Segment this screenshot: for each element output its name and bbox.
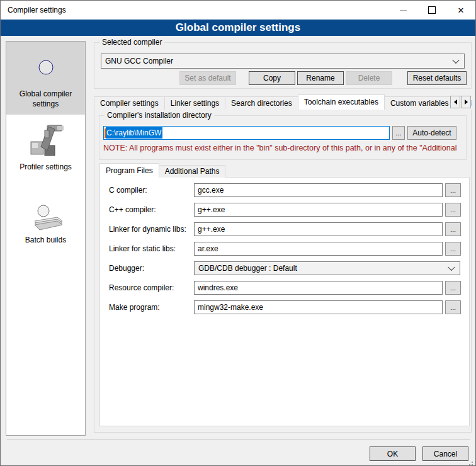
field-row: C++ compiler:... [100,203,469,217]
installation-directory-legend: Compiler's installation directory [105,111,214,120]
titlebar: Compiler settings ✕ [1,1,475,20]
sidebar-item-profiler-settings[interactable]: Profiler settings [6,115,85,188]
resize-grip[interactable] [472,462,473,463]
bin-subdirectory-note: NOTE: All programs must exist either in … [103,144,463,152]
tab-toolchain-executables[interactable]: Toolchain executables [298,94,385,110]
tab-compiler-settings[interactable]: Compiler settings [94,96,165,110]
settings-tabs: Compiler settingsLinker settingsSearch d… [94,95,472,110]
right-arrow-icon [465,99,468,105]
c-compiler-browse-button[interactable]: ... [445,183,461,197]
minimize-icon [400,10,407,11]
field-label: Linker for static libs: [109,242,176,256]
c-compiler-input[interactable] [194,183,443,197]
settings-category-list: Global compiler settings Profiler settin… [6,41,86,436]
selected-compiler-legend: Selected compiler [99,38,164,47]
c++-compiler-input[interactable] [194,203,443,217]
toolchain-executables-panel: Compiler's installation directory C:\ray… [94,109,472,433]
subtab-program-files[interactable]: Program Files [99,163,159,178]
field-label: Make program: [109,300,160,314]
footer-separator [7,440,470,440]
left-arrow-icon [454,99,457,105]
autodetect-button[interactable]: Auto-detect [407,126,456,140]
debugger-value: GDB/CDB debugger : Default [198,264,297,273]
field-label: C compiler: [109,183,147,197]
tab-search-directories[interactable]: Search directories [225,96,298,110]
field-row: Debugger:GDB/CDB debugger : Default [100,261,469,275]
selected-compiler-group: Selected compiler GNU GCC Compiler Set a… [94,42,472,89]
field-row: Linker for static libs:... [100,242,469,256]
maximize-icon [428,6,436,14]
sidebar-item-label: Profiler settings [16,162,75,173]
installation-directory-value: C:\raylib\MinGW [106,127,162,139]
compiler-select-value: GNU GCC Compiler [105,57,173,65]
rename-button[interactable]: Rename [297,71,344,85]
subtab-additional-paths[interactable]: Additional Paths [159,165,226,178]
delete-button[interactable]: Delete [346,71,392,85]
batch-builds-icon [26,193,66,234]
c++-compiler-browse-button[interactable]: ... [445,203,461,217]
maximize-button[interactable] [417,1,446,20]
program-files-page: C compiler:...C++ compiler:...Linker for… [99,177,470,426]
minimize-button[interactable] [388,1,417,20]
sidebar-item-batch-builds[interactable]: Batch builds [6,188,85,261]
ok-button[interactable]: OK [370,446,416,461]
field-label: Linker for dynamic libs: [109,222,186,236]
debugger-select[interactable]: GDB/CDB debugger : Default [194,261,460,275]
field-row: Make program:... [100,300,469,314]
linker-for-static-libs-browse-button[interactable]: ... [445,242,461,256]
field-row: Linker for dynamic libs:... [100,222,469,236]
resource-compiler-browse-button[interactable]: ... [445,281,461,295]
tab-scroll-right-button[interactable] [461,96,471,108]
chevron-down-icon [448,264,455,271]
make-program-input[interactable] [194,300,443,314]
sidebar-item-label: Global compiler settings [6,89,85,109]
blue-gear-icon [26,47,66,88]
cancel-button[interactable]: Cancel [422,446,468,461]
copy-button[interactable]: Copy [249,71,295,85]
compiler-select[interactable]: GNU GCC Compiler [101,54,465,69]
browse-directory-button[interactable]: ... [392,126,405,140]
tab-scroll-left-button[interactable] [450,96,460,108]
profiler-caliper-icon [26,120,66,161]
close-button[interactable]: ✕ [446,1,475,20]
sidebar-item-label: Batch builds [22,236,69,246]
window-title: Compiler settings [8,6,66,14]
installation-directory-group: Compiler's installation directory C:\ray… [99,115,467,160]
resource-compiler-input[interactable] [194,281,443,295]
compiler-settings-dialog: Compiler settings ✕ Global compiler sett… [0,0,476,466]
chevron-down-icon [452,57,459,64]
linker-for-static-libs-input[interactable] [194,242,443,256]
field-label: Debugger: [109,261,144,275]
field-label: C++ compiler: [109,203,156,217]
set-as-default-button[interactable]: Set as default [179,71,236,85]
close-icon: ✕ [458,6,465,14]
field-label: Resource compiler: [109,281,174,295]
make-program-browse-button[interactable]: ... [445,300,461,314]
reset-defaults-button[interactable]: Reset defaults [407,71,467,85]
page-title: Global compiler settings [1,20,475,36]
program-tabs: Program FilesAdditional Paths [99,164,225,178]
linker-for-dynamic-libs-browse-button[interactable]: ... [445,222,461,236]
sidebar-item-global-compiler-settings[interactable]: Global compiler settings [6,42,85,115]
tab-linker-settings[interactable]: Linker settings [164,96,225,110]
field-row: Resource compiler:... [100,281,469,295]
installation-directory-input[interactable]: C:\raylib\MinGW [103,126,390,140]
linker-for-dynamic-libs-input[interactable] [194,222,443,236]
field-row: C compiler:... [100,183,469,197]
tab-custom-variables[interactable]: Custom variables [384,96,455,110]
